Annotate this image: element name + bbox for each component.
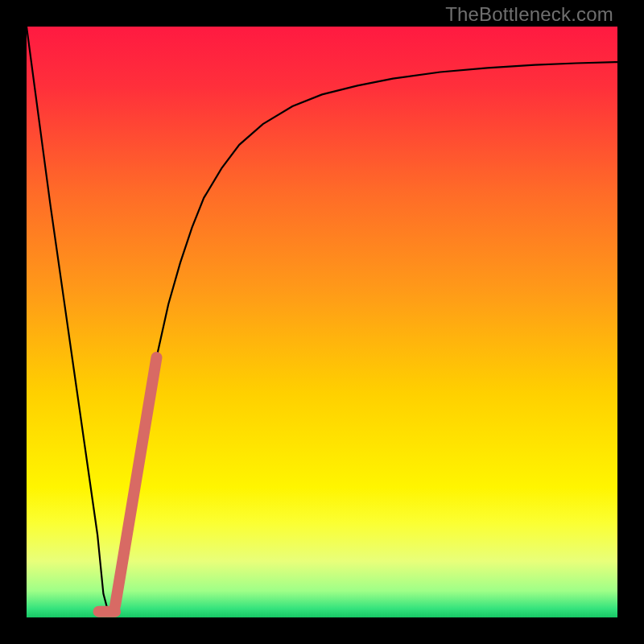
chart-svg (27, 27, 617, 617)
plot-area (27, 27, 617, 617)
gradient-background (27, 27, 617, 617)
attribution-text: TheBottleneck.com (445, 3, 613, 26)
chart-frame: TheBottleneck.com (0, 0, 644, 644)
